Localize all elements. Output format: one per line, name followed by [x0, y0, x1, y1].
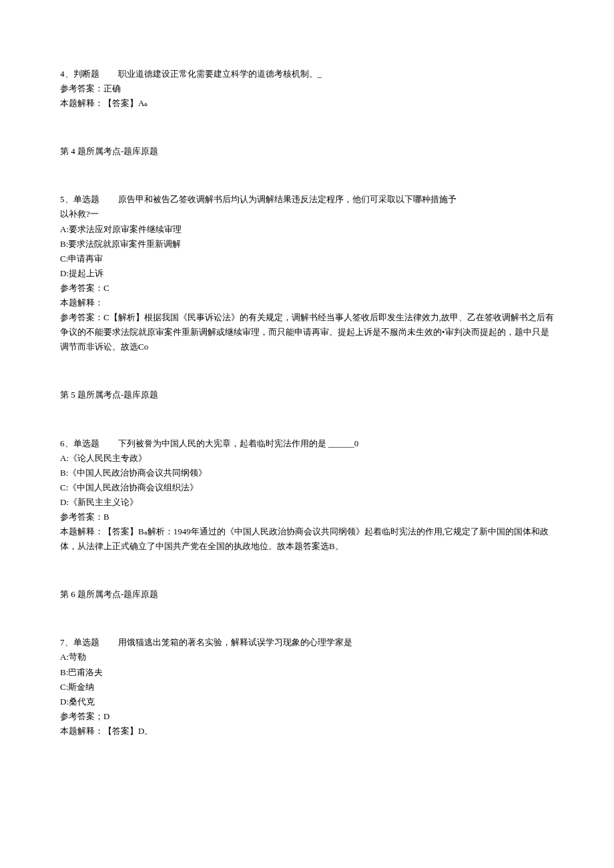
- q5-ref-line: 参考答案：C: [60, 281, 554, 296]
- question-6: 6、单选题下列被誉为中国人民的大宪章，起着临时宪法作用的是 ______0 A:…: [60, 436, 554, 554]
- q7-optD: D:桑代克: [60, 695, 554, 709]
- q5-ref-label: 参考答案：: [60, 283, 103, 293]
- q6-explain-line: 本题解释：【答案】Bₒ解析：1949年通过的《中国人民政治协商会议共同纲领》起着…: [60, 524, 554, 554]
- question-7: 7、单选题用饿猫逃出笼箱的著名实验，解释试误学习现象的心理学家是 A:苛勒 B:…: [60, 635, 554, 739]
- q5-topic: 第 5 题所属考点-题库原题: [60, 388, 554, 402]
- q7-explain-line: 本题解释：【答案】D。: [60, 724, 554, 739]
- q4-ref-line: 参考答案：正确: [60, 81, 554, 96]
- q4-stem-line: 4、判断题职业道德建设正常化需要建立科学的道德考核机制。_: [60, 67, 554, 81]
- q4-number: 4、判断题: [60, 69, 99, 79]
- question-4: 4、判断题职业道德建设正常化需要建立科学的道德考核机制。_ 参考答案：正确 本题…: [60, 67, 554, 111]
- question-5: 5、单选题原告甲和被告乙签收调解书后均认为调解结果违反法定程序，他们可采取以下哪…: [60, 192, 554, 354]
- q7-stem-line: 7、单选题用饿猫逃出笼箱的著名实验，解释试误学习现象的心理学家是: [60, 635, 554, 650]
- q5-optB: B:要求法院就原审案件重新调解: [60, 237, 554, 252]
- q4-topic: 第 4 题所属考点-题库原题: [60, 144, 554, 159]
- q7-number: 7、单选题: [60, 637, 99, 647]
- q4-ref-label: 参考答案：: [60, 83, 103, 93]
- q7-ref-answer: D: [103, 711, 109, 721]
- q5-stem-line1: 5、单选题原告甲和被告乙签收调解书后均认为调解结果违反法定程序，他们可采取以下哪…: [60, 192, 554, 207]
- q5-stem2: 以补救?一: [60, 207, 554, 222]
- q4-explain-text: 【答案】Aₒ: [103, 98, 147, 108]
- q5-optD: D:提起上诉: [60, 266, 554, 281]
- q7-explain-label: 本题解释：: [60, 726, 103, 736]
- q6-topic: 第 6 题所属考点-题库原题: [60, 587, 554, 602]
- q7-explain-text: 【答案】D。: [103, 726, 153, 736]
- q6-stem: 下列被誉为中国人民的大宪章，起着临时宪法作用的是 ______0: [118, 438, 359, 448]
- q5-explain-label: 本题解释：: [60, 296, 554, 310]
- q7-optB: B:巴甫洛夫: [60, 665, 554, 680]
- q7-optC: C:斯金纳: [60, 680, 554, 695]
- q7-ref-label: 参考答案；: [60, 711, 103, 721]
- q4-explain-label: 本题解释：: [60, 98, 103, 108]
- q5-number: 5、单选题: [60, 194, 99, 204]
- q5-optC: C:申请再审: [60, 252, 554, 266]
- q6-optD: D:《新民主主义论》: [60, 495, 554, 510]
- q6-ref-label: 参考答案：: [60, 512, 103, 522]
- q7-ref-line: 参考答案；D: [60, 709, 554, 724]
- q6-optA: A:《论人民民主专政》: [60, 451, 554, 466]
- q6-ref-answer: B: [103, 512, 109, 522]
- q6-stem-line: 6、单选题下列被誉为中国人民的大宪章，起着临时宪法作用的是 ______0: [60, 436, 554, 451]
- q7-stem: 用饿猫逃出笼箱的著名实验，解释试误学习现象的心理学家是: [118, 637, 352, 647]
- q6-ref-line: 参考答案：B: [60, 510, 554, 524]
- q5-ref-answer: C: [103, 283, 109, 293]
- q6-optC: C:《中国人民政治协商会议组织法》: [60, 480, 554, 495]
- q4-ref-answer: 正确: [103, 83, 121, 93]
- q5-explain1: 参考答案：C【解析】根据我国《民事诉讼法》的有关规定，调解书经当事人签收后即发生…: [60, 310, 554, 354]
- q6-optB: B:《中国人民政治协商会议共同纲领》: [60, 466, 554, 480]
- q6-explain-text: 【答案】Bₒ解析：1949年通过的《中国人民政治协商会议共同纲领》起着临时宪法的…: [60, 526, 549, 551]
- q5-optA: A:要求法应对原审案件继续审理: [60, 222, 554, 237]
- q5-stem1: 原告甲和被告乙签收调解书后均认为调解结果违反法定程序，他们可采取以下哪种措施予: [118, 194, 456, 204]
- q4-explain-line: 本题解释：【答案】Aₒ: [60, 96, 554, 111]
- q6-explain-label: 本题解释：: [60, 526, 103, 536]
- q7-optA: A:苛勒: [60, 650, 554, 665]
- q6-number: 6、单选题: [60, 438, 99, 448]
- q4-stem: 职业道德建设正常化需要建立科学的道德考核机制。_: [118, 69, 322, 79]
